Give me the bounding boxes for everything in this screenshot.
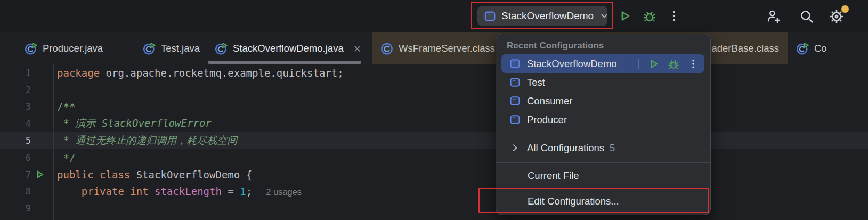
java-run-class-icon [143, 42, 156, 55]
tab-label: Producer.java [43, 43, 103, 54]
line-number: 4 [0, 118, 31, 129]
tab-label: StackOverflowDemo.java [233, 43, 344, 54]
code-segment: /** [57, 101, 75, 112]
search-button[interactable] [799, 9, 814, 23]
configurations-count: 5 [610, 142, 615, 153]
gutter-slot [31, 169, 53, 180]
code-line-6[interactable]: 6 */ [0, 149, 868, 166]
menu-item-test[interactable]: Test [501, 73, 704, 92]
tab-producer-java[interactable]: Producer.java [16, 32, 134, 64]
ide-window: { "colors": { "annotation_red": "#D23232… [0, 0, 868, 220]
code-segment: 1 [240, 185, 246, 197]
code-segment: public [57, 169, 94, 181]
code-segment: * 演示 StackOverflowError [57, 117, 212, 131]
line-number: 7 [0, 169, 31, 180]
tab-co[interactable]: Co [788, 32, 868, 64]
menu-item-current-file[interactable]: Current File [501, 166, 704, 185]
code-segment [94, 169, 100, 181]
vertical-separator [638, 59, 639, 69]
java-class-icon [380, 42, 393, 55]
application-icon [509, 58, 521, 69]
tab-label: Test.java [161, 43, 200, 54]
play-row-button[interactable] [648, 58, 660, 70]
run-configurations-popup: Recent Configurations StackOverflowDemo … [496, 34, 711, 215]
tab-test-java[interactable]: Test.java [134, 32, 206, 64]
code-line-4[interactable]: 4 * 演示 StackOverflowError [0, 115, 868, 132]
code-segment: StackOverflowDemo { [130, 169, 252, 181]
code-segment: */ [57, 152, 75, 164]
menu-separator [496, 135, 710, 135]
code-segment: package [57, 67, 100, 79]
menu-item-label: Edit Configurations... [528, 195, 699, 207]
line-number: 1 [0, 68, 31, 78]
add-user-button[interactable] [766, 9, 781, 23]
line-number: 9 [0, 203, 31, 214]
menu-item-edit-configurations-[interactable]: Edit Configurations... [501, 192, 704, 210]
menu-item-label: Current File [528, 170, 699, 182]
active-tab-underline [208, 61, 361, 64]
java-run-class-icon [25, 42, 37, 55]
menu-item-producer[interactable]: Producer [501, 110, 704, 129]
popup-header: Recent Configurations [507, 40, 604, 51]
code-text: public class StackOverflowDemo { [53, 169, 252, 181]
code-line-3[interactable]: 3/** [0, 99, 868, 116]
code-segment: class [100, 169, 130, 181]
line-number: 3 [0, 101, 31, 112]
tab-stackoverflowdemo-java[interactable]: StackOverflowDemo.java [206, 32, 368, 64]
code-segment: int [130, 185, 148, 197]
tab-label: Co [814, 43, 827, 54]
application-icon [509, 114, 521, 125]
code-segment: ; [246, 185, 252, 197]
menu-item-label: Consumer [527, 95, 699, 107]
code-line-8[interactable]: 8 private int stackLength = 1;2 usages [0, 183, 868, 200]
menu-item-stackoverflowdemo[interactable]: StackOverflowDemo [501, 54, 704, 73]
run-gutter-icon[interactable] [34, 169, 45, 180]
close-icon[interactable] [352, 44, 362, 54]
code-text: * 通过无终止的递归调用，耗尽栈空间 [53, 134, 237, 148]
code-text: */ [53, 152, 75, 164]
line-number: 8 [0, 186, 31, 197]
line-number: 6 [0, 152, 31, 163]
run-button[interactable] [618, 9, 632, 23]
code-text: * 演示 StackOverflowError [53, 117, 212, 131]
code-segment: stackLength [155, 185, 222, 197]
code-segment: * 通过无终止的递归调用，耗尽栈空间 [57, 134, 237, 148]
more-actions-button[interactable] [667, 9, 681, 23]
run-configuration-name: StackOverflowDemo [501, 10, 594, 22]
code-text: package org.apache.rocketmq.example.quic… [53, 67, 344, 79]
code-segment: = [222, 185, 240, 197]
code-line-9[interactable]: 9 [0, 200, 868, 217]
line-number: 2 [0, 85, 31, 95]
main-toolbar: StackOverflowDemo [0, 0, 868, 32]
code-segment: org.apache.rocketmq.example.quickstart; [100, 67, 344, 79]
tab-label: WsFrameServer.class [399, 43, 495, 54]
kebab-row-button[interactable] [687, 58, 699, 70]
application-icon [484, 10, 496, 22]
debug-button[interactable] [643, 9, 656, 23]
chevron-down-icon [599, 11, 610, 21]
menu-item-label: Test [527, 77, 699, 88]
chevron-right-icon [509, 142, 521, 153]
menu-item-consumer[interactable]: Consumer [501, 92, 704, 110]
java-run-class-icon [796, 42, 809, 55]
menu-item-all-configurations[interactable]: All Configurations5 [501, 138, 704, 157]
code-segment [149, 185, 155, 197]
code-line-1[interactable]: 1package org.apache.rocketmq.example.qui… [0, 64, 868, 82]
run-configuration-selector[interactable]: StackOverflowDemo [477, 6, 607, 26]
editor-tab-bar: Producer.java Test.java StackOverflowDem… [0, 32, 868, 64]
settings-notification-badge [841, 5, 849, 13]
row-actions [638, 58, 699, 70]
usages-inlay-hint[interactable]: 2 usages [266, 187, 302, 197]
java-run-class-icon [215, 42, 228, 55]
application-icon [509, 95, 521, 107]
debug-row-button[interactable] [668, 58, 679, 70]
menu-item-label: StackOverflowDemo [527, 58, 638, 70]
menu-item-label: All Configurations5 [527, 142, 699, 154]
code-line-7[interactable]: 7public class StackOverflowDemo { [0, 166, 868, 183]
code-line-2[interactable]: 2 [0, 82, 868, 99]
code-segment [57, 185, 82, 197]
code-editor[interactable]: 1package org.apache.rocketmq.example.qui… [0, 64, 868, 220]
code-text: private int stackLength = 1;2 usages [53, 185, 302, 197]
code-segment [124, 185, 130, 197]
code-line-5[interactable]: 5 * 通过无终止的递归调用，耗尽栈空间 [0, 132, 868, 149]
